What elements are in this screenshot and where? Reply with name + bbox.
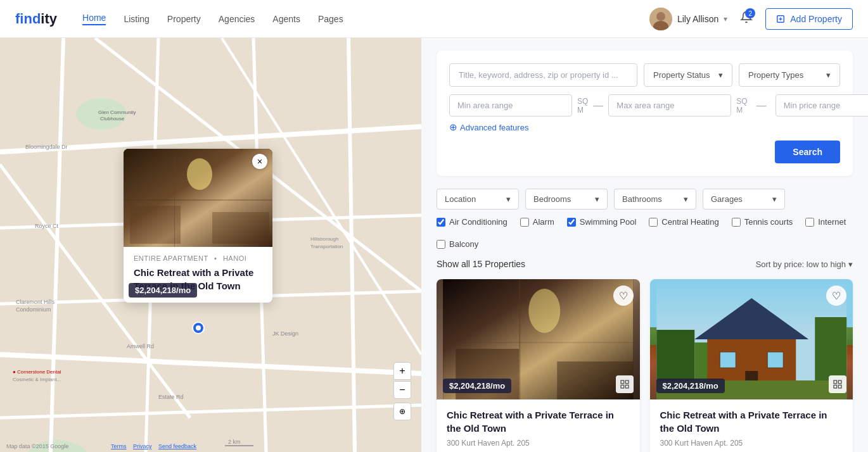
property-card[interactable]: $2,204,218/mo ♡ Chic Retreat with a Priv… bbox=[650, 279, 853, 452]
avatar bbox=[649, 8, 672, 30]
checkbox-tennis-courts-label: Tennis courts bbox=[744, 217, 793, 227]
checkbox-central-heating-input[interactable] bbox=[649, 218, 658, 227]
checkbox-air-conditioning-label: Air Conditioning bbox=[449, 217, 507, 227]
nav-home[interactable]: Home bbox=[82, 13, 106, 25]
property-card[interactable]: $2,204,218/mo ♡ Chic Retreat with a Priv… bbox=[437, 279, 640, 452]
checkbox-central-heating[interactable]: Central Heating bbox=[649, 217, 718, 227]
card-favorite-button[interactable]: ♡ bbox=[826, 286, 846, 306]
checkbox-air-conditioning-input[interactable] bbox=[437, 218, 445, 227]
sort-control[interactable]: Sort by price: low to high ▾ bbox=[756, 260, 853, 269]
checkbox-alarm[interactable]: Alarm bbox=[520, 217, 554, 227]
results-count: Show all 15 Properties bbox=[437, 259, 525, 269]
checkbox-alarm-input[interactable] bbox=[520, 218, 529, 227]
max-area-input[interactable] bbox=[608, 94, 731, 116]
garages-select[interactable]: Garages ▾ bbox=[703, 189, 785, 210]
card-image-wrap: $2,204,218/mo ♡ bbox=[650, 279, 853, 399]
checkbox-tennis-courts-input[interactable] bbox=[732, 218, 741, 227]
location-chevron-icon: ▾ bbox=[506, 194, 511, 204]
card-favorite-button[interactable]: ♡ bbox=[613, 286, 634, 306]
popup-dot: • bbox=[214, 254, 219, 262]
svg-text:JK Design: JK Design bbox=[272, 330, 298, 337]
main-layout: Bloomingdale Dr Royce Ct Claremont Hills… bbox=[0, 38, 868, 452]
add-property-button[interactable]: Add Property bbox=[765, 8, 853, 30]
nav-agents[interactable]: Agents bbox=[272, 14, 300, 24]
notification-count: 2 bbox=[745, 8, 755, 18]
card-title: Chic Retreat with a Private Terrace in t… bbox=[660, 408, 843, 435]
area-range-group: SQ M — SQ M bbox=[449, 94, 748, 116]
checkbox-balcony[interactable]: Balcony bbox=[437, 239, 478, 249]
nav-property[interactable]: Property bbox=[167, 14, 201, 24]
logo[interactable]: findity bbox=[15, 11, 57, 27]
checkbox-swimming-pool-label: Swimming Pool bbox=[580, 217, 637, 227]
property-status-label: Property Status bbox=[653, 70, 710, 80]
min-area-unit: SQ M bbox=[577, 97, 588, 115]
svg-text:Condominium: Condominium bbox=[16, 306, 51, 313]
popup-meta: ENTIRE APARTMENT • HANOI bbox=[134, 254, 262, 262]
nav-agencies[interactable]: Agencies bbox=[219, 14, 255, 24]
nav-pages[interactable]: Pages bbox=[318, 14, 343, 24]
checkbox-balcony-input[interactable] bbox=[437, 240, 445, 249]
popup-price: $2,204,218/mo bbox=[129, 283, 197, 298]
map-popup: × bbox=[124, 149, 272, 303]
advanced-features-link[interactable]: ⊕ Advanced features bbox=[449, 122, 840, 133]
user-info[interactable]: Lily Allison ▾ bbox=[649, 8, 727, 30]
checkbox-central-heating-label: Central Heating bbox=[661, 217, 718, 227]
popup-close-button[interactable]: × bbox=[252, 154, 267, 169]
svg-point-51 bbox=[187, 158, 212, 190]
notification-bell-button[interactable]: 2 bbox=[737, 8, 755, 29]
svg-rect-76 bbox=[838, 380, 841, 384]
checkbox-tennis-courts[interactable]: Tennis courts bbox=[732, 217, 793, 227]
checkbox-internet[interactable]: Internet bbox=[805, 217, 846, 227]
search-actions-row: ⊕ Advanced features Search bbox=[449, 122, 840, 163]
bedrooms-chevron-icon: ▾ bbox=[595, 194, 599, 204]
bathrooms-select[interactable]: Bathrooms ▾ bbox=[614, 189, 696, 210]
search-button[interactable]: Search bbox=[775, 141, 840, 163]
bedrooms-label: Bedrooms bbox=[533, 194, 571, 204]
search-input[interactable] bbox=[449, 63, 637, 87]
garages-chevron-icon: ▾ bbox=[772, 194, 777, 204]
property-status-select[interactable]: Property Status ▾ bbox=[644, 63, 732, 87]
add-property-label: Add Property bbox=[790, 14, 842, 24]
navbar: findity Home Listing Property Agencies A… bbox=[0, 0, 868, 38]
svg-text:Estate Rd: Estate Rd bbox=[158, 394, 184, 400]
min-price-input[interactable] bbox=[775, 94, 868, 116]
svg-text:Cosmetic & Implant...: Cosmetic & Implant... bbox=[13, 377, 61, 382]
svg-rect-75 bbox=[834, 380, 837, 384]
card-title: Chic Retreat with a Private Terrace in t… bbox=[447, 408, 630, 435]
card-address: 300 Kurt Haven Apt. 205 bbox=[660, 439, 843, 448]
card-price-badge: $2,204,218/mo bbox=[656, 379, 725, 393]
svg-text:Send feedback: Send feedback bbox=[158, 443, 197, 449]
checkbox-filters-row: Air Conditioning Alarm Swimming Pool Cen… bbox=[437, 217, 853, 249]
checkbox-internet-label: Internet bbox=[818, 217, 846, 227]
min-area-input[interactable] bbox=[449, 94, 572, 116]
user-name: Lily Allison bbox=[677, 14, 718, 24]
zoom-location-button[interactable]: ⊕ bbox=[393, 403, 411, 420]
checkbox-air-conditioning[interactable]: Air Conditioning bbox=[437, 217, 507, 227]
filter-row: Location ▾ Bedrooms ▾ Bathrooms ▾ Garage… bbox=[437, 189, 853, 210]
svg-text:Glen Community: Glen Community bbox=[98, 110, 136, 115]
svg-text:2 km: 2 km bbox=[228, 439, 241, 445]
area-dash: — bbox=[593, 100, 603, 111]
map-side: Bloomingdale Dr Royce Ct Claremont Hills… bbox=[0, 38, 421, 452]
svg-text:Terms: Terms bbox=[111, 443, 127, 449]
svg-text:Amwell Rd: Amwell Rd bbox=[127, 343, 154, 349]
svg-rect-53 bbox=[212, 212, 269, 244]
nav-right: Lily Allison ▾ 2 Add Property bbox=[649, 8, 853, 30]
location-select[interactable]: Location ▾ bbox=[437, 189, 519, 210]
property-types-select[interactable]: Property Types ▾ bbox=[739, 63, 840, 87]
svg-rect-78 bbox=[838, 385, 841, 388]
svg-text:Royce Ct: Royce Ct bbox=[35, 223, 59, 229]
advanced-features-label: Advanced features bbox=[460, 123, 528, 132]
nav-listing[interactable]: Listing bbox=[124, 14, 149, 24]
search-side: Property Status ▾ Property Types ▾ SQ M … bbox=[421, 38, 868, 452]
checkbox-swimming-pool-input[interactable] bbox=[567, 218, 576, 227]
zoom-out-button[interactable]: − bbox=[393, 381, 411, 399]
checkbox-internet-input[interactable] bbox=[805, 218, 814, 227]
svg-rect-50 bbox=[124, 199, 272, 201]
bedrooms-select[interactable]: Bedrooms ▾ bbox=[525, 189, 608, 210]
checkbox-swimming-pool[interactable]: Swimming Pool bbox=[567, 217, 637, 227]
svg-point-40 bbox=[196, 325, 201, 330]
zoom-in-button[interactable]: + bbox=[393, 362, 411, 380]
property-types-label: Property Types bbox=[748, 70, 803, 80]
svg-rect-61 bbox=[621, 380, 624, 384]
